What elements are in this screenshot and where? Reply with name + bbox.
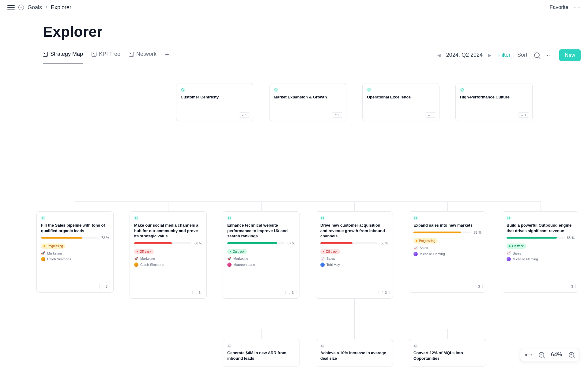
zoom-in-button[interactable] [569,352,574,358]
zoom-in-icon [569,352,574,358]
connector-line [354,299,355,329]
period-label[interactable]: 2024, Q2 2024 [446,52,483,58]
kpi-title: Convert 12% of MQLs into Opportunities [413,350,481,361]
progress-bar [134,242,191,244]
status-badge: On track [507,243,526,249]
breadcrumb-current[interactable]: Explorer [51,4,71,11]
goal-title: Fill the Sales pipeline with tons of qua… [41,223,109,233]
kpi-card[interactable]: Convert 12% of MQLs into Opportunities [409,339,486,366]
chevron-down-icon: ⌄ [102,285,104,288]
kpi-card[interactable]: Achieve a 10% increase in average deal s… [316,339,393,366]
pillar-title: Operational Excellence [367,94,435,100]
chevron-down-icon: ⌄ [474,285,477,288]
expand-children-button[interactable]: ⌄ 5 [239,112,250,118]
zoom-out-button[interactable] [539,352,544,358]
connector-line [261,329,262,339]
connector-line [308,121,308,201]
kpi-tree-icon [92,52,96,57]
tab-label: Network [136,51,156,57]
connector-line [261,201,262,211]
favorite-button[interactable]: Favorite [550,4,568,10]
avatar [134,263,138,267]
new-button[interactable]: New [559,49,581,61]
tab-strategy-map[interactable]: Strategy Map [43,51,83,63]
progress-percent: 87 % [288,241,295,245]
expand-children-button[interactable]: ⌄ 3 [425,112,436,118]
team-icon: 📈 [320,257,325,261]
collapse-children-button[interactable]: ⌃ 6 [332,112,343,118]
tab-network[interactable]: Network [129,51,156,63]
expand-children-button[interactable]: ⌄3 [472,284,483,289]
goal-card[interactable]: Drive new customer acquisition and reven… [316,211,393,299]
kpi-card[interactable]: Generate $4M in new ARR from inbound lea… [223,339,300,366]
progress-bar [41,237,98,239]
pillar-title: Customer Centricity [181,94,249,100]
page-title: Explorer [0,15,588,40]
zoom-level: 64% [551,351,562,358]
goal-card[interactable]: Enhance technical website performance to… [223,211,300,299]
pillar-icon [274,88,278,92]
goal-title: Expand sales into new markets [413,223,481,228]
breadcrumb-root[interactable]: Goals [28,4,42,11]
filter-button[interactable]: Filter [498,52,511,58]
goal-title: Drive new customer acquisition and reven… [320,223,388,239]
view-more-button[interactable]: ⋯ [546,52,552,59]
status-badge: Progressing [41,243,65,249]
expand-children-button[interactable]: ⌄3 [192,290,203,295]
goal-card[interactable]: Make our social media channels a hub for… [130,211,207,299]
fit-to-screen-button[interactable]: ⇤⇥ [525,352,532,358]
children-count: 3 [385,291,387,294]
team-tag: 📈Sales [413,246,481,250]
tab-kpi-tree[interactable]: KPI Tree [92,51,120,63]
owner-row: Michelle Fleming [507,257,575,261]
menu-button[interactable] [7,4,15,11]
owner-row: Caleb Simmons [134,263,202,267]
goal-card[interactable]: Fill the Sales pipeline with tons of qua… [36,211,114,293]
avatar [413,252,418,256]
add-view-button[interactable]: + [165,51,169,64]
expand-children-button[interactable]: ⌄ 1 [518,112,529,118]
goal-icon [134,216,138,220]
strategy-map-canvas[interactable]: Customer Centricity ⌄ 5 Market Expansion… [0,66,588,368]
team-icon: 🚀 [227,257,232,261]
strategy-map-icon [43,52,48,57]
sort-button[interactable]: Sort [517,52,527,58]
team-tag: 🚀Marketing [41,251,109,255]
status-badge: On track [227,249,247,254]
owner-row: Maureen Lane [227,263,295,267]
pillar-card[interactable]: High-Performance Culture ⌄ 1 [455,83,533,121]
children-count: 3 [478,285,480,288]
more-menu-button[interactable]: ⋯ [574,4,581,11]
team-icon: 📈 [413,246,418,250]
tab-label: KPI Tree [99,51,120,57]
progress-bar [507,237,564,239]
breadcrumb-separator: / [46,4,47,11]
pillar-card[interactable]: Customer Centricity ⌄ 5 [176,83,253,121]
chevron-up-icon: ⌃ [381,291,384,294]
expand-children-button[interactable]: ⌄3 [99,284,110,289]
pillar-icon [367,88,371,92]
status-badge: Off track [134,249,154,254]
progress-percent: 66 % [194,241,202,245]
chart-icon [320,343,325,348]
goal-icon [227,216,232,220]
team-tag: 📈Sales [507,251,575,255]
search-icon[interactable] [534,52,540,58]
expand-children-button[interactable]: ⌄3 [565,284,576,289]
compass-icon: ✦ [18,5,24,10]
goal-card[interactable]: Build a powerful Outbound engine that dr… [502,211,579,293]
expand-children-button[interactable]: ⌄3 [285,290,296,295]
period-next-button[interactable]: ▶ [488,53,492,58]
pillar-card[interactable]: Market Expansion & Growth ⌃ 6 [269,83,346,121]
connector-line [354,329,355,339]
chevron-down-icon: ⌄ [521,113,523,117]
team-tag: 📈Sales [320,257,388,261]
period-prev-button[interactable]: ◀ [437,53,441,58]
pillar-card[interactable]: Operational Excellence ⌄ 3 [362,83,439,121]
chevron-down-icon: ⌄ [195,291,198,294]
progress-percent: 88 % [567,236,575,240]
goal-card[interactable]: Expand sales into new markets 83 % Progr… [409,211,486,293]
status-badge: Off track [320,249,340,254]
progress-percent: 83 % [474,231,481,234]
collapse-children-button[interactable]: ⌃3 [379,290,390,295]
